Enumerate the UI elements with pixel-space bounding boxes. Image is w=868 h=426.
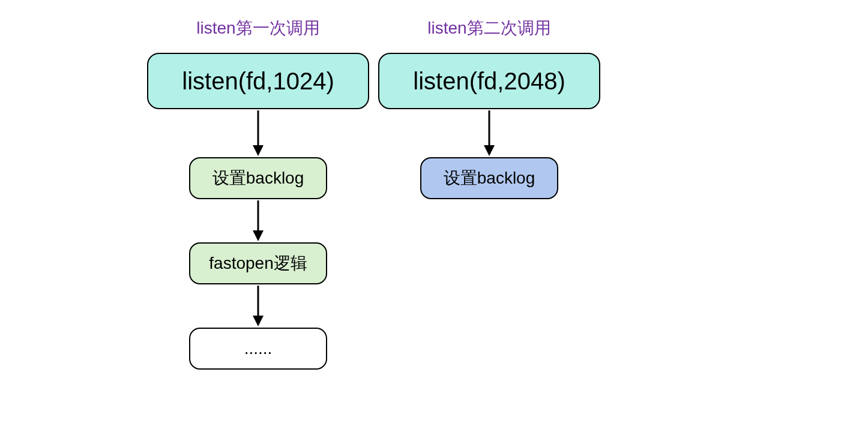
arrow-icon [249,199,267,242]
svg-marker-3 [253,230,264,241]
column-title-right: listen第二次调用 [427,17,550,40]
step-label: 设置backlog [212,167,304,190]
step-box-set-backlog-left: 设置backlog [189,157,327,199]
arrow-icon [249,109,267,157]
step-label: ...... [244,339,273,358]
column-title-left: listen第一次调用 [196,17,319,40]
listen-box-left: listen(fd,1024) [147,53,369,109]
listen-box-right: listen(fd,2048) [378,53,600,109]
arrow-icon [249,284,267,328]
step-label: 设置backlog [444,167,535,190]
step-box-ellipsis: ...... [189,328,327,370]
listen-label-left: listen(fd,1024) [182,68,334,95]
svg-marker-1 [253,145,264,156]
svg-marker-5 [253,316,264,326]
step-label: fastopen逻辑 [209,252,307,275]
column-second-call: listen第二次调用 listen(fd,2048) 设置backlog [360,17,618,199]
arrow-icon [480,109,498,157]
step-box-fastopen: fastopen逻辑 [189,242,327,284]
column-first-call: listen第一次调用 listen(fd,1024) 设置backlog fa… [138,17,378,370]
svg-marker-7 [484,145,495,156]
listen-label-right: listen(fd,2048) [413,68,565,95]
step-box-set-backlog-right: 设置backlog [420,157,558,199]
